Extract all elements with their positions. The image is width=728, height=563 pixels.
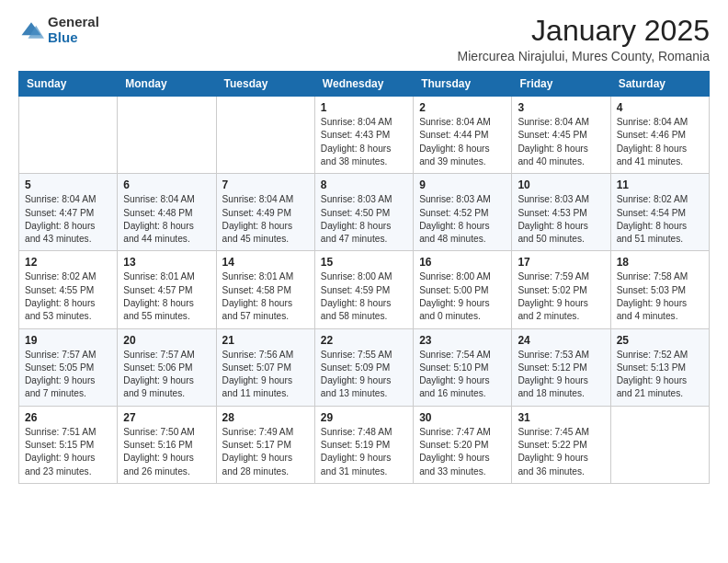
day-number: 6	[123, 178, 210, 191]
day-number: 11	[617, 178, 703, 191]
day-info: Sunrise: 7:48 AM Sunset: 5:19 PM Dayligh…	[321, 426, 407, 478]
day-info: Sunrise: 7:50 AM Sunset: 5:16 PM Dayligh…	[123, 426, 210, 478]
table-row: 25Sunrise: 7:52 AM Sunset: 5:13 PM Dayli…	[610, 328, 709, 406]
day-info: Sunrise: 8:04 AM Sunset: 4:44 PM Dayligh…	[419, 116, 506, 168]
day-info: Sunrise: 7:57 AM Sunset: 5:05 PM Dayligh…	[25, 349, 111, 401]
day-number: 24	[518, 334, 604, 347]
day-info: Sunrise: 8:04 AM Sunset: 4:45 PM Dayligh…	[518, 116, 604, 168]
logo-icon	[18, 17, 44, 43]
day-number: 4	[617, 101, 703, 114]
day-info: Sunrise: 7:59 AM Sunset: 5:02 PM Dayligh…	[518, 270, 604, 323]
col-tuesday: Tuesday	[216, 72, 314, 97]
logo-blue-text: Blue	[48, 30, 99, 46]
table-row: 23Sunrise: 7:54 AM Sunset: 5:10 PM Dayli…	[414, 328, 512, 406]
table-row: 29Sunrise: 7:48 AM Sunset: 5:19 PM Dayli…	[314, 406, 413, 483]
day-info: Sunrise: 7:56 AM Sunset: 5:07 PM Dayligh…	[222, 349, 309, 401]
month-title: January 2025	[458, 15, 710, 47]
day-number: 8	[321, 178, 407, 191]
table-row: 19Sunrise: 7:57 AM Sunset: 5:05 PM Dayli…	[19, 328, 118, 406]
table-row: 4Sunrise: 8:04 AM Sunset: 4:46 PM Daylig…	[610, 97, 709, 174]
table-row: 11Sunrise: 8:02 AM Sunset: 4:54 PM Dayli…	[610, 174, 709, 251]
day-info: Sunrise: 7:57 AM Sunset: 5:06 PM Dayligh…	[123, 349, 210, 401]
col-wednesday: Wednesday	[314, 72, 413, 97]
logo-general-text: General	[48, 15, 99, 30]
day-info: Sunrise: 8:02 AM Sunset: 4:55 PM Dayligh…	[25, 270, 111, 323]
table-row: 28Sunrise: 7:49 AM Sunset: 5:17 PM Dayli…	[216, 406, 314, 483]
day-number: 1	[321, 101, 407, 114]
table-row: 20Sunrise: 7:57 AM Sunset: 5:06 PM Dayli…	[118, 328, 216, 406]
day-info: Sunrise: 8:04 AM Sunset: 4:46 PM Dayligh…	[617, 116, 703, 168]
day-number: 12	[25, 256, 111, 269]
day-info: Sunrise: 8:00 AM Sunset: 4:59 PM Dayligh…	[321, 270, 407, 323]
day-info: Sunrise: 7:53 AM Sunset: 5:12 PM Dayligh…	[518, 349, 604, 401]
table-row: 6Sunrise: 8:04 AM Sunset: 4:48 PM Daylig…	[118, 174, 216, 251]
table-row: 26Sunrise: 7:51 AM Sunset: 5:15 PM Dayli…	[19, 406, 118, 483]
day-number: 31	[518, 411, 604, 424]
day-info: Sunrise: 8:04 AM Sunset: 4:47 PM Dayligh…	[25, 193, 111, 246]
day-info: Sunrise: 7:45 AM Sunset: 5:22 PM Dayligh…	[518, 426, 604, 478]
day-number: 3	[518, 101, 604, 114]
table-row: 12Sunrise: 8:02 AM Sunset: 4:55 PM Dayli…	[19, 251, 118, 328]
day-number: 26	[25, 411, 111, 424]
day-number: 29	[321, 411, 407, 424]
calendar-week-row: 5Sunrise: 8:04 AM Sunset: 4:47 PM Daylig…	[19, 174, 710, 251]
table-row	[216, 97, 314, 174]
day-info: Sunrise: 8:03 AM Sunset: 4:50 PM Dayligh…	[321, 193, 407, 246]
day-info: Sunrise: 7:55 AM Sunset: 5:09 PM Dayligh…	[321, 349, 407, 401]
day-number: 13	[123, 256, 210, 269]
calendar-week-row: 26Sunrise: 7:51 AM Sunset: 5:15 PM Dayli…	[19, 406, 710, 483]
calendar-week-row: 19Sunrise: 7:57 AM Sunset: 5:05 PM Dayli…	[19, 328, 710, 406]
day-number: 22	[321, 334, 407, 347]
day-number: 15	[321, 256, 407, 269]
day-number: 20	[123, 334, 210, 347]
col-saturday: Saturday	[610, 72, 709, 97]
day-info: Sunrise: 8:00 AM Sunset: 5:00 PM Dayligh…	[419, 270, 506, 323]
logo: General Blue	[18, 15, 99, 45]
table-row: 3Sunrise: 8:04 AM Sunset: 4:45 PM Daylig…	[512, 97, 610, 174]
day-info: Sunrise: 8:04 AM Sunset: 4:48 PM Dayligh…	[123, 193, 210, 246]
day-number: 16	[419, 256, 506, 269]
table-row: 30Sunrise: 7:47 AM Sunset: 5:20 PM Dayli…	[414, 406, 512, 483]
table-row: 1Sunrise: 8:04 AM Sunset: 4:43 PM Daylig…	[314, 97, 413, 174]
table-row: 24Sunrise: 7:53 AM Sunset: 5:12 PM Dayli…	[512, 328, 610, 406]
day-number: 7	[222, 178, 309, 191]
day-info: Sunrise: 8:02 AM Sunset: 4:54 PM Dayligh…	[617, 193, 703, 246]
table-row: 27Sunrise: 7:50 AM Sunset: 5:16 PM Dayli…	[118, 406, 216, 483]
day-number: 25	[617, 334, 703, 347]
table-row: 15Sunrise: 8:00 AM Sunset: 4:59 PM Dayli…	[314, 251, 413, 328]
table-row: 14Sunrise: 8:01 AM Sunset: 4:58 PM Dayli…	[216, 251, 314, 328]
day-info: Sunrise: 8:04 AM Sunset: 4:49 PM Dayligh…	[222, 193, 309, 246]
day-info: Sunrise: 7:52 AM Sunset: 5:13 PM Dayligh…	[617, 349, 703, 401]
table-row: 22Sunrise: 7:55 AM Sunset: 5:09 PM Dayli…	[314, 328, 413, 406]
calendar-header-row: Sunday Monday Tuesday Wednesday Thursday…	[19, 72, 710, 97]
table-row: 5Sunrise: 8:04 AM Sunset: 4:47 PM Daylig…	[19, 174, 118, 251]
location-title: Miercurea Nirajului, Mures County, Roman…	[458, 49, 710, 63]
table-row: 7Sunrise: 8:04 AM Sunset: 4:49 PM Daylig…	[216, 174, 314, 251]
day-info: Sunrise: 8:04 AM Sunset: 4:43 PM Dayligh…	[321, 116, 407, 168]
table-row	[118, 97, 216, 174]
day-info: Sunrise: 7:54 AM Sunset: 5:10 PM Dayligh…	[419, 349, 506, 401]
table-row: 2Sunrise: 8:04 AM Sunset: 4:44 PM Daylig…	[414, 97, 512, 174]
day-number: 10	[518, 178, 604, 191]
day-number: 5	[25, 178, 111, 191]
day-info: Sunrise: 8:01 AM Sunset: 4:58 PM Dayligh…	[222, 270, 309, 323]
col-friday: Friday	[512, 72, 610, 97]
day-info: Sunrise: 7:51 AM Sunset: 5:15 PM Dayligh…	[25, 426, 111, 478]
table-row: 13Sunrise: 8:01 AM Sunset: 4:57 PM Dayli…	[118, 251, 216, 328]
table-row: 8Sunrise: 8:03 AM Sunset: 4:50 PM Daylig…	[314, 174, 413, 251]
table-row: 16Sunrise: 8:00 AM Sunset: 5:00 PM Dayli…	[414, 251, 512, 328]
calendar-week-row: 12Sunrise: 8:02 AM Sunset: 4:55 PM Dayli…	[19, 251, 710, 328]
day-number: 9	[419, 178, 506, 191]
day-info: Sunrise: 8:01 AM Sunset: 4:57 PM Dayligh…	[123, 270, 210, 323]
day-number: 30	[419, 411, 506, 424]
table-row: 21Sunrise: 7:56 AM Sunset: 5:07 PM Dayli…	[216, 328, 314, 406]
logo-text: General Blue	[48, 15, 99, 45]
day-number: 19	[25, 334, 111, 347]
header: General Blue January 2025 Miercurea Nira…	[18, 15, 710, 63]
table-row: 10Sunrise: 8:03 AM Sunset: 4:53 PM Dayli…	[512, 174, 610, 251]
day-info: Sunrise: 7:58 AM Sunset: 5:03 PM Dayligh…	[617, 270, 703, 323]
day-number: 18	[617, 256, 703, 269]
day-info: Sunrise: 8:03 AM Sunset: 4:53 PM Dayligh…	[518, 193, 604, 246]
table-row: 17Sunrise: 7:59 AM Sunset: 5:02 PM Dayli…	[512, 251, 610, 328]
day-info: Sunrise: 8:03 AM Sunset: 4:52 PM Dayligh…	[419, 193, 506, 246]
